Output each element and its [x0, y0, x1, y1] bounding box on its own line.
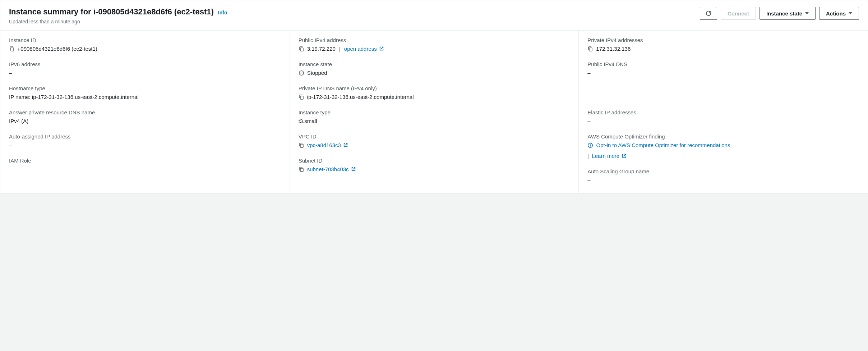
- field-value: –: [9, 69, 12, 77]
- field-label: Elastic IP addresses: [587, 109, 859, 115]
- actions-button-label: Actions: [826, 10, 846, 17]
- title-instance-id: i-090805d4321e8d6f6: [93, 7, 172, 16]
- field-label: IPv6 address: [9, 61, 281, 67]
- actions-button[interactable]: Actions: [819, 7, 859, 20]
- field-value: Stopped: [307, 69, 327, 77]
- instance-state-button-label: Instance state: [766, 10, 802, 17]
- details-col-2: Public IPv4 address 3.19.72.220 | open a…: [290, 31, 579, 193]
- stopped-icon: [299, 70, 304, 76]
- copy-icon[interactable]: [299, 94, 304, 100]
- connect-button-label: Connect: [728, 10, 749, 17]
- field-subnet-id: Subnet ID subnet-703b403c: [299, 158, 570, 174]
- vpc-id-link[interactable]: vpc-a8d163c3: [307, 141, 348, 150]
- panel-body: Instance ID i-090805d4321e8d6f6 (ec2-tes…: [0, 31, 868, 193]
- chevron-down-icon: [805, 12, 809, 14]
- info-link[interactable]: Info: [218, 10, 227, 15]
- external-link-icon: [379, 46, 384, 51]
- field-label: Public IPv4 address: [299, 37, 570, 43]
- svg-rect-4: [300, 96, 303, 99]
- copy-icon[interactable]: [299, 46, 304, 52]
- field-value: t3.small: [299, 117, 317, 126]
- separator: |: [588, 153, 590, 159]
- title-prefix: Instance summary for: [9, 7, 93, 16]
- details-col-3: Private IPv4 addresses 172.31.32.136 Pub…: [578, 31, 868, 193]
- svg-point-10: [590, 144, 591, 144]
- field-label: Instance type: [299, 109, 570, 115]
- field-elastic-ip: Elastic IP addresses –: [587, 109, 859, 126]
- field-label: Instance state: [299, 61, 570, 67]
- field-auto-ip: Auto-assigned IP address –: [9, 133, 281, 150]
- panel-header: Instance summary for i-090805d4321e8d6f6…: [0, 0, 868, 31]
- field-asg: Auto Scaling Group name –: [587, 168, 859, 184]
- field-value: –: [587, 69, 590, 77]
- title-instance-name: ec2-test1: [177, 7, 211, 16]
- field-value: ip-172-31-32-136.us-east-2.compute.inter…: [307, 93, 414, 101]
- field-vpc-id: VPC ID vpc-a8d163c3: [299, 133, 570, 150]
- field-instance-id: Instance ID i-090805d4321e8d6f6 (ec2-tes…: [9, 37, 281, 53]
- field-private-ipv4: Private IPv4 addresses 172.31.32.136: [587, 37, 859, 53]
- field-optimizer: AWS Compute Optimizer finding Opt-in to …: [587, 133, 859, 160]
- field-value: subnet-703b403c: [307, 166, 349, 172]
- field-label: IAM Role: [9, 158, 281, 164]
- instance-state-button[interactable]: Instance state: [760, 7, 816, 20]
- field-value: 3.19.72.220: [307, 45, 336, 53]
- optimizer-learn-more-link[interactable]: Learn more: [592, 153, 627, 159]
- field-label: Auto-assigned IP address: [9, 133, 281, 140]
- subnet-id-link[interactable]: subnet-703b403c: [307, 165, 356, 174]
- header-actions: Connect Instance state Actions: [700, 7, 859, 20]
- field-public-ipv4: Public IPv4 address 3.19.72.220 | open a…: [299, 37, 570, 53]
- field-label: Private IPv4 addresses: [587, 37, 859, 43]
- svg-rect-7: [589, 48, 592, 51]
- external-link-icon: [343, 142, 348, 147]
- field-label: Public IPv4 DNS: [587, 61, 859, 67]
- field-value: 172.31.32.136: [596, 45, 631, 53]
- learn-more-label: Learn more: [592, 153, 619, 159]
- external-link-icon: [351, 167, 356, 172]
- details-grid: Instance ID i-090805d4321e8d6f6 (ec2-tes…: [0, 31, 868, 193]
- field-value: –: [9, 141, 12, 150]
- refresh-icon: [705, 10, 712, 17]
- field-label: Instance ID: [9, 37, 281, 43]
- field-label: Subnet ID: [299, 158, 570, 164]
- external-link-icon: [622, 153, 627, 158]
- svg-rect-6: [300, 168, 303, 172]
- svg-rect-5: [300, 144, 303, 147]
- field-hostname-type: Hostname type IP name: ip-172-31-32-136.…: [9, 85, 281, 101]
- separator: |: [339, 45, 341, 53]
- chevron-down-icon: [849, 12, 852, 14]
- details-col-1: Instance ID i-090805d4321e8d6f6 (ec2-tes…: [0, 31, 290, 193]
- field-value: IPv4 (A): [9, 117, 28, 126]
- svg-rect-0: [11, 48, 14, 51]
- field-value: IP name: ip-172-31-32-136.us-east-2.comp…: [9, 93, 139, 101]
- field-label: Hostname type: [9, 85, 281, 91]
- field-public-dns: Public IPv4 DNS –: [587, 61, 859, 77]
- instance-summary-panel: Instance summary for i-090805d4321e8d6f6…: [0, 0, 868, 193]
- title-block: Instance summary for i-090805d4321e8d6f6…: [9, 7, 700, 24]
- connect-button[interactable]: Connect: [721, 7, 756, 20]
- field-label: Answer private resource DNS name: [9, 109, 281, 115]
- field-value: –: [9, 165, 12, 174]
- field-label: AWS Compute Optimizer finding: [587, 133, 859, 140]
- field-label: Private IP DNS name (IPv4 only): [299, 85, 570, 91]
- copy-icon[interactable]: [9, 46, 15, 52]
- copy-icon[interactable]: [299, 167, 304, 172]
- svg-rect-1: [300, 48, 303, 51]
- updated-subtitle: Updated less than a minute ago: [9, 19, 700, 24]
- copy-icon[interactable]: [587, 46, 593, 52]
- copy-icon[interactable]: [299, 142, 304, 148]
- page-title: Instance summary for i-090805d4321e8d6f6…: [9, 7, 214, 17]
- field-label: Auto Scaling Group name: [587, 168, 859, 174]
- field-ipv6: IPv6 address –: [9, 61, 281, 77]
- field-instance-state: Instance state Stopped: [299, 61, 570, 77]
- field-private-dns: Private IP DNS name (IPv4 only) ip-172-3…: [299, 85, 570, 101]
- field-value: i-090805d4321e8d6f6 (ec2-test1): [18, 45, 97, 53]
- refresh-button[interactable]: [700, 7, 717, 20]
- field-answer-dns: Answer private resource DNS name IPv4 (A…: [9, 109, 281, 126]
- optimizer-optin-link[interactable]: Opt-in to AWS Compute Optimizer for reco…: [596, 142, 732, 148]
- field-instance-type: Instance type t3.small: [299, 109, 570, 126]
- field-iam-role: IAM Role –: [9, 158, 281, 174]
- open-address-label: open address: [344, 46, 377, 52]
- info-icon: [587, 142, 593, 148]
- field-label: VPC ID: [299, 133, 570, 140]
- open-address-link[interactable]: open address: [344, 45, 384, 53]
